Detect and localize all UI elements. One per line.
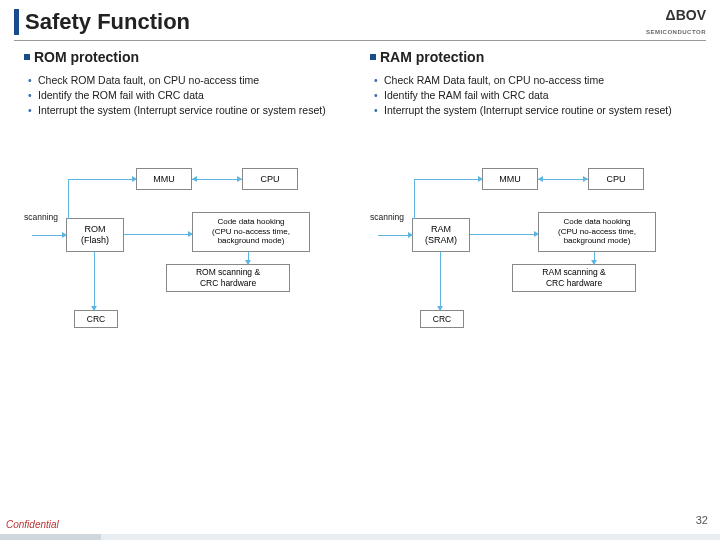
- crc-box: CRC: [74, 310, 118, 328]
- arrow-down-icon: [245, 260, 251, 265]
- crc-box: CRC: [420, 310, 464, 328]
- footer-seg: [101, 534, 720, 540]
- arrow-right-icon: [188, 231, 193, 237]
- ram-box-text: RAM (SRAM): [425, 224, 457, 246]
- subhead-ram: RAM protection: [370, 49, 696, 65]
- bullet-item: Identify the RAM fail with CRC data: [384, 88, 696, 102]
- rom-box: ROM (Flash): [66, 218, 124, 252]
- subhead-rom: ROM protection: [24, 49, 350, 65]
- arrow-right-icon: [478, 176, 483, 182]
- arrow-line: [192, 179, 242, 180]
- title-wrap: Safety Function: [14, 9, 190, 35]
- hook-box: Code data hooking (CPU no-access time, b…: [538, 212, 656, 252]
- scan-box-text: ROM scanning & CRC hardware: [196, 267, 260, 287]
- arrow-line: [32, 235, 66, 236]
- arrow-line: [440, 252, 441, 310]
- divider: [14, 40, 706, 41]
- logo-text: ΔBOV: [666, 7, 706, 23]
- title-accent: [14, 9, 19, 35]
- arrow-right-icon: [583, 176, 588, 182]
- scan-box-text: RAM scanning & CRC hardware: [542, 267, 605, 287]
- bullet-square-icon: [370, 54, 376, 60]
- arrow-right-icon: [534, 231, 539, 237]
- arrow-down-icon: [91, 306, 97, 311]
- scanning-label: scanning: [370, 212, 404, 222]
- scanning-label: scanning: [24, 212, 58, 222]
- arrow-right-icon: [62, 232, 67, 238]
- arrow-line: [68, 179, 69, 219]
- bullet-square-icon: [24, 54, 30, 60]
- columns: ROM protection Check ROM Data fault, on …: [0, 49, 720, 370]
- col-rom: ROM protection Check ROM Data fault, on …: [24, 49, 350, 370]
- hook-box-text: Code data hooking (CPU no-access time, b…: [558, 217, 636, 246]
- heading-ram: RAM protection: [380, 49, 484, 65]
- arrow-right-icon: [237, 176, 242, 182]
- footer-seg: [0, 534, 101, 540]
- arrow-line: [470, 234, 538, 235]
- bullets-ram: Check RAM Data fault, on CPU no-access t…: [370, 73, 696, 118]
- footer-bar: [0, 534, 720, 540]
- logo-sub: SEMICONDUCTOR: [646, 29, 706, 35]
- brand-logo: ΔBOV SEMICONDUCTOR: [646, 8, 706, 36]
- arrow-down-icon: [591, 260, 597, 265]
- mmu-box: MMU: [482, 168, 538, 190]
- scan-box: ROM scanning & CRC hardware: [166, 264, 290, 292]
- scan-box: RAM scanning & CRC hardware: [512, 264, 636, 292]
- cpu-box: CPU: [588, 168, 644, 190]
- bullet-item: Identify the ROM fail with CRC data: [38, 88, 350, 102]
- arrow-right-icon: [408, 232, 413, 238]
- arrow-line: [378, 235, 412, 236]
- arrow-left-icon: [538, 176, 543, 182]
- confidential-label: Confidential: [6, 519, 59, 530]
- diagram-rom: MMU CPU scanning ROM (Flash) Code data h…: [24, 140, 350, 370]
- hook-box-text: Code data hooking (CPU no-access time, b…: [212, 217, 290, 246]
- bullets-rom: Check ROM Data fault, on CPU no-access t…: [24, 73, 350, 118]
- arrow-line: [538, 179, 588, 180]
- rom-box-text: ROM (Flash): [81, 224, 109, 246]
- mmu-box: MMU: [136, 168, 192, 190]
- bullet-item: Check ROM Data fault, on CPU no-access t…: [38, 73, 350, 87]
- page-number: 32: [696, 514, 708, 526]
- heading-rom: ROM protection: [34, 49, 139, 65]
- title-bar: Safety Function ΔBOV SEMICONDUCTOR: [0, 0, 720, 40]
- arrow-down-icon: [437, 306, 443, 311]
- bullet-item: Interrupt the system (Interrupt service …: [38, 103, 350, 117]
- diagram-ram: MMU CPU scanning RAM (SRAM) Code data ho…: [370, 140, 696, 370]
- hook-box: Code data hooking (CPU no-access time, b…: [192, 212, 310, 252]
- page-title: Safety Function: [25, 9, 190, 35]
- arrow-line: [414, 179, 415, 219]
- col-ram: RAM protection Check RAM Data fault, on …: [370, 49, 696, 370]
- arrow-line: [414, 179, 482, 180]
- arrow-right-icon: [132, 176, 137, 182]
- bullet-item: Interrupt the system (Interrupt service …: [384, 103, 696, 117]
- cpu-box: CPU: [242, 168, 298, 190]
- arrow-left-icon: [192, 176, 197, 182]
- arrow-line: [94, 252, 95, 310]
- arrow-line: [68, 179, 136, 180]
- arrow-line: [124, 234, 192, 235]
- bullet-item: Check RAM Data fault, on CPU no-access t…: [384, 73, 696, 87]
- ram-box: RAM (SRAM): [412, 218, 470, 252]
